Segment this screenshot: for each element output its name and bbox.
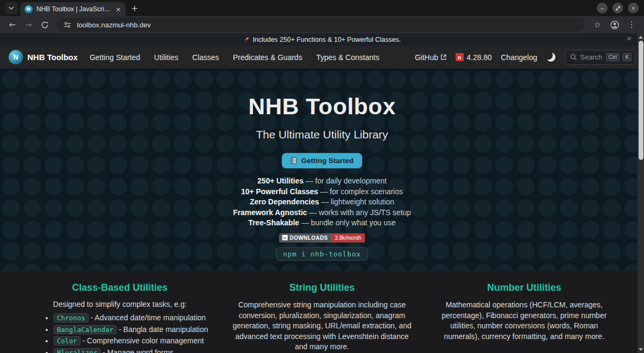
- class-utilities-list: Chronos - Advanced date/time manipulatio…: [54, 313, 210, 353]
- tab-close-icon[interactable]: ×: [115, 6, 121, 13]
- toolbar-right: ☆ ⋮: [590, 18, 639, 32]
- close-window-button[interactable]: ×: [628, 3, 639, 13]
- feature-line: Zero Dependencies — lightweight solution: [0, 197, 644, 208]
- announcement-text: Includes 250+ Functions & 10+ Powerful C…: [253, 36, 401, 43]
- scrollbar-thumb[interactable]: [639, 41, 643, 160]
- npm-version-link[interactable]: n 4.28.80: [456, 53, 492, 62]
- chevron-down-icon: [9, 6, 14, 10]
- site-settings-icon: [63, 21, 71, 28]
- brand-logo: N: [9, 50, 23, 64]
- address-bar[interactable]: toolbox.nazmul-nhb.dev: [57, 18, 585, 32]
- list-item: Pluralizer - Manage word forms: [54, 348, 210, 353]
- kbd-ctrl: Ctrl: [606, 53, 620, 61]
- minimize-button[interactable]: –: [597, 3, 608, 13]
- announcement-close-icon[interactable]: ×: [626, 34, 632, 42]
- getting-started-label: Getting Started: [301, 157, 354, 165]
- list-item: BanglaCalendar - Bangla date manipulatio…: [54, 325, 210, 334]
- external-link-icon: [441, 54, 447, 60]
- install-command: npm i nhb-toolbox: [276, 247, 369, 261]
- downloads-badge-value: 3.8k/month: [331, 233, 365, 242]
- hero-section: NHB Toolbox The Ultimate Utility Library…: [0, 69, 644, 271]
- features-columns-section: Class-Based Utilities Designed to simpli…: [0, 271, 644, 353]
- nav-link-types-constants[interactable]: Types & Constants: [316, 53, 379, 62]
- nav-link-classes[interactable]: Classes: [192, 53, 219, 62]
- kbd-k: K: [623, 53, 632, 61]
- list-item: Chronos - Advanced date/time manipulatio…: [54, 313, 210, 322]
- rocket-icon: [243, 36, 250, 43]
- column-body: Mathematical operations (HCF/LCM, averag…: [434, 300, 614, 342]
- scroll-up-arrow[interactable]: [638, 34, 644, 40]
- search-icon: [570, 54, 577, 61]
- window-controls: – ×: [597, 3, 639, 13]
- changelog-link[interactable]: Changelog: [501, 53, 537, 62]
- column-string-utilities: String Utilities Comprehensive string ma…: [232, 282, 412, 353]
- brand-home-link[interactable]: N NHB Toolbox: [9, 50, 78, 64]
- github-link[interactable]: GitHub: [415, 53, 447, 62]
- page-scrollbar[interactable]: [638, 33, 644, 353]
- page-subtitle: The Ultimate Utility Library: [0, 128, 644, 141]
- bookmark-star-icon[interactable]: ☆: [590, 18, 604, 32]
- list-item: Color - Comprehensive color management: [54, 336, 210, 345]
- tab-strip: N NHB Toolbox | JavaScript/T × + – ×: [0, 0, 644, 16]
- maximize-icon: [616, 6, 620, 11]
- feature-line: Framework Agnostic — works with any JS/T…: [0, 208, 644, 218]
- site-favicon: N: [25, 5, 33, 13]
- feature-line: 250+ Utilities — for daily development: [0, 176, 644, 187]
- column-class-based-utilities: Class-Based Utilities Designed to simpli…: [30, 282, 210, 353]
- version-number: 4.28.80: [467, 53, 492, 62]
- column-title: String Utilities: [232, 282, 412, 293]
- browser-toolbar: ← → toolbox.nazmul-nhb.dev ☆ ⋮: [0, 16, 644, 33]
- getting-started-button[interactable]: Getting Started: [282, 153, 362, 168]
- page-title: NHB Toolbox: [0, 93, 644, 120]
- nav-link-predicates-guards[interactable]: Predicates & Guards: [233, 53, 302, 62]
- reload-button[interactable]: [38, 18, 52, 32]
- forward-button[interactable]: →: [21, 18, 35, 32]
- maximize-button[interactable]: [612, 3, 623, 13]
- nav-links: Getting Started Utilities Classes Predic…: [90, 53, 379, 62]
- downloads-badge-label: DOWNLOADS: [290, 235, 328, 241]
- tab-list-button[interactable]: [4, 2, 18, 14]
- url-text[interactable]: toolbox.nazmul-nhb.dev: [77, 21, 151, 29]
- new-tab-button[interactable]: +: [131, 3, 138, 13]
- search-button[interactable]: Search Ctrl K: [565, 50, 635, 65]
- scroll-down-arrow[interactable]: [638, 346, 644, 352]
- downloads-badge[interactable]: n DOWNLOADS 3.8k/month: [279, 233, 365, 242]
- main-navbar: N NHB Toolbox Getting Started Utilities …: [0, 46, 644, 69]
- feature-line: 10+ Powerful Classes — for complex scena…: [0, 187, 644, 197]
- column-title: Class-Based Utilities: [30, 282, 210, 293]
- profile-avatar-icon[interactable]: [608, 18, 621, 32]
- tab-title: NHB Toolbox | JavaScript/T: [36, 5, 112, 13]
- reload-icon: [41, 21, 49, 29]
- book-icon: [290, 157, 297, 164]
- column-number-utilities: Number Utilities Mathematical operations…: [434, 282, 614, 353]
- brand-name: NHB Toolbox: [27, 53, 78, 62]
- nav-link-getting-started[interactable]: Getting Started: [90, 53, 140, 62]
- announcement-bar: Includes 250+ Functions & 10+ Powerful C…: [0, 33, 644, 46]
- back-button[interactable]: ←: [5, 18, 19, 32]
- nav-link-utilities[interactable]: Utilities: [154, 53, 178, 62]
- search-placeholder: Search: [580, 53, 603, 61]
- browser-tab[interactable]: N NHB Toolbox | JavaScript/T ×: [20, 2, 126, 16]
- column-title: Number Utilities: [434, 282, 614, 293]
- npm-badge-icon: n: [282, 235, 288, 240]
- navbar-right: GitHub n 4.28.80 Changelog Search Ctrl K: [415, 50, 635, 65]
- browser-menu-icon[interactable]: ⋮: [625, 18, 639, 32]
- column-body: Comprehensive string manipulation includ…: [232, 300, 412, 352]
- feature-list: 250+ Utilities — for daily development 1…: [0, 176, 644, 229]
- feature-line: Tree-Shakable — bundle only what you use: [0, 218, 644, 229]
- dark-mode-toggle-moon-icon[interactable]: [546, 53, 555, 62]
- column-lead: Designed to simplify complex tasks, e.g:: [30, 300, 210, 308]
- npm-icon: n: [456, 53, 464, 61]
